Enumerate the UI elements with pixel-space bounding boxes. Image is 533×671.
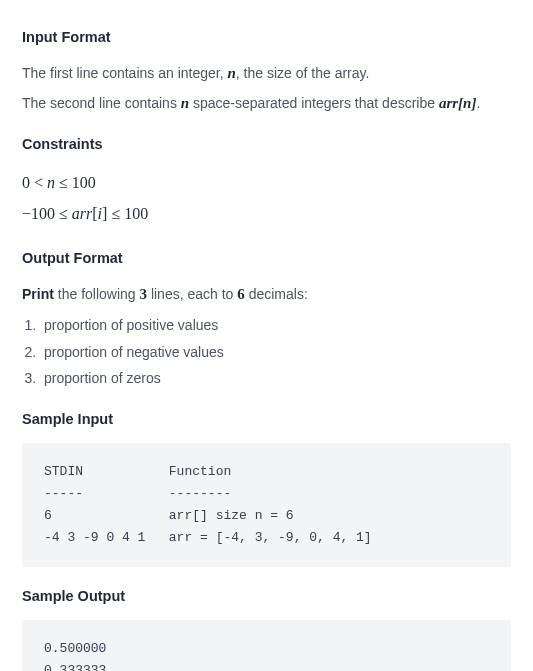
text-fragment: decimals: [245, 286, 308, 302]
output-format-text: Print the following 3 lines, each to 6 d… [22, 282, 511, 306]
output-format-list: proportion of positive values proportion… [40, 314, 511, 389]
list-item: proportion of positive values [40, 314, 511, 336]
list-item: proportion of zeros [40, 367, 511, 389]
text-fragment: space-separated integers that describe [189, 95, 439, 111]
math-num-6: 6 [237, 286, 245, 302]
text-strong-print: Print [22, 286, 54, 302]
math-var-n: n [181, 95, 189, 111]
constraint-line-1: 0 < n ≤ 100 [22, 168, 511, 198]
sample-output-code: 0.500000 0.333333 0.166667 [22, 620, 511, 671]
text-fragment: . [476, 95, 480, 111]
constraint-line-2: −100 ≤ arr[i] ≤ 100 [22, 199, 511, 229]
heading-sample-input: Sample Input [22, 408, 511, 431]
text-fragment: lines, each to [147, 286, 237, 302]
heading-output-format: Output Format [22, 247, 511, 270]
math-var-arr: arr[n] [439, 95, 477, 111]
list-item: proportion of negative values [40, 341, 511, 363]
math-var-n: n [227, 65, 235, 81]
input-format-line1: The first line contains an integer, n, t… [22, 61, 511, 85]
heading-input-format: Input Format [22, 26, 511, 49]
math-num-3: 3 [140, 286, 148, 302]
text-fragment: The first line contains an integer, [22, 65, 227, 81]
constraints-block: 0 < n ≤ 100 −100 ≤ arr[i] ≤ 100 [22, 168, 511, 229]
sample-input-code: STDIN Function ----- -------- 6 arr[] si… [22, 443, 511, 567]
text-fragment: The second line contains [22, 95, 181, 111]
heading-constraints: Constraints [22, 133, 511, 156]
text-fragment: , the size of the array. [236, 65, 370, 81]
text-fragment: the following [54, 286, 140, 302]
input-format-line2: The second line contains n space-separat… [22, 91, 511, 115]
heading-sample-output: Sample Output [22, 585, 511, 608]
